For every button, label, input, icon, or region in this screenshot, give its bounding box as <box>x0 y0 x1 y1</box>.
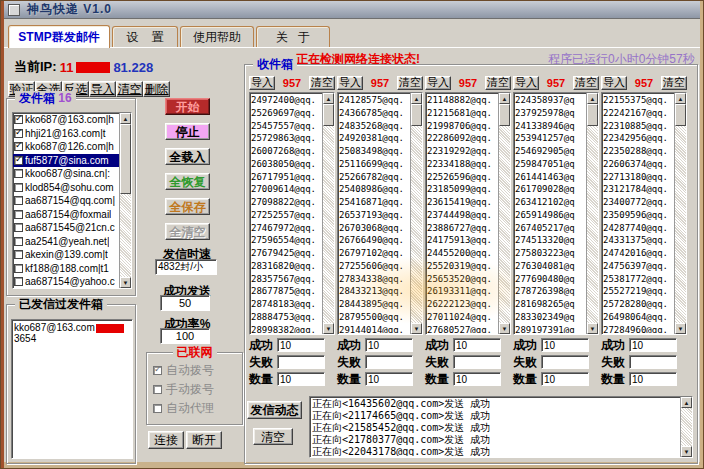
checkbox-icon[interactable] <box>14 223 23 232</box>
load-all-button[interactable]: 全载入 <box>165 148 210 165</box>
sender-list-item[interactable]: hhji21@163.com|t <box>13 127 131 141</box>
sender-list-item[interactable]: aa687154@foxmail <box>13 208 131 222</box>
checkbox-icon[interactable] <box>14 169 23 178</box>
import-button[interactable]: 导入 <box>601 76 627 90</box>
qty-input[interactable] <box>365 372 413 386</box>
scrollbar[interactable]: ▲▼ <box>586 93 598 334</box>
clear-button[interactable]: 清空 <box>397 76 423 90</box>
clear-all-button[interactable]: 全清空 <box>165 223 210 240</box>
start-button[interactable]: 开始 <box>165 98 210 115</box>
sender-list-item[interactable]: fuf5877@sina.com <box>13 154 131 168</box>
success-sent-input[interactable] <box>160 295 210 311</box>
checkbox-icon[interactable] <box>14 129 23 138</box>
sender-list-item[interactable]: akexin@139.com|t <box>13 248 131 262</box>
checkbox-icon[interactable] <box>14 277 23 286</box>
sender-list-item[interactable]: aa687154@qq.com| <box>13 194 131 208</box>
success-input[interactable] <box>365 338 413 352</box>
scrollbar[interactable]: ▲▼ <box>410 93 422 334</box>
fail-input[interactable] <box>365 355 413 369</box>
save-all-button[interactable]: 全保存 <box>165 198 210 215</box>
checkbox-icon[interactable] <box>14 156 23 165</box>
scroll-thumb[interactable] <box>323 104 334 126</box>
clear-button[interactable]: 清空 <box>309 76 335 90</box>
scroll-thumb[interactable] <box>675 104 686 126</box>
success-input[interactable] <box>453 338 501 352</box>
fail-input[interactable] <box>541 355 589 369</box>
recipient-listbox[interactable]: 22155375@qq.22242167@qq.22310885@qq.2234… <box>601 92 687 335</box>
import-button[interactable]: 导入 <box>337 76 363 90</box>
import-button[interactable]: 导入 <box>425 76 451 90</box>
scroll-up-icon[interactable]: ▲ <box>411 93 422 104</box>
import-senders-button[interactable]: 导入 <box>89 81 116 97</box>
scroll-down-icon[interactable]: ▼ <box>499 323 510 334</box>
scroll-track[interactable] <box>587 126 598 323</box>
scroll-track[interactable] <box>681 408 692 446</box>
disconnect-button[interactable]: 断开 <box>186 431 222 449</box>
clear-button[interactable]: 清空 <box>485 76 511 90</box>
send-log-box[interactable]: 正在向<16435602@qq.com>发送 成功正在向<21174665@qq… <box>309 396 693 458</box>
tab-help[interactable]: 使用帮助 <box>180 26 254 47</box>
tab-smtp-bulk-mail[interactable]: STMP群发邮件 <box>8 25 110 48</box>
scroll-track[interactable] <box>411 126 422 323</box>
scroll-thumb[interactable] <box>499 104 510 126</box>
sender-scrollbar[interactable]: ▲ ▼ <box>119 113 131 288</box>
recipient-listbox[interactable]: 24128575@qq.24366785@qq.24835268@qq.2492… <box>337 92 423 335</box>
checkbox-icon[interactable] <box>14 264 23 273</box>
scroll-up-icon[interactable]: ▲ <box>323 93 334 104</box>
tab-settings[interactable]: 设 置 <box>112 26 178 47</box>
tab-about[interactable]: 关 于 <box>256 26 330 47</box>
dial-option[interactable]: 手动拨号 <box>147 380 242 399</box>
send-speed-input[interactable] <box>155 259 217 275</box>
scroll-thumb[interactable] <box>120 124 131 194</box>
restore-all-button[interactable]: 全恢复 <box>165 173 210 190</box>
scroll-up-icon[interactable]: ▲ <box>587 93 598 104</box>
dial-option[interactable]: 自动代理 <box>147 399 242 418</box>
scroll-track[interactable] <box>675 126 686 323</box>
fail-input[interactable] <box>453 355 501 369</box>
scroll-down-icon[interactable]: ▼ <box>675 323 686 334</box>
sender-list-item[interactable]: kkoo687@sina.cn|: <box>13 167 131 181</box>
qty-input[interactable] <box>629 372 677 386</box>
scroll-track[interactable] <box>499 126 510 323</box>
checkbox-icon[interactable] <box>14 142 23 151</box>
sender-list-item[interactable]: aa6871545@21cn.c <box>13 221 131 235</box>
clear-button[interactable]: 清空 <box>661 76 687 90</box>
checkbox-icon[interactable] <box>14 196 23 205</box>
sender-list-item[interactable]: aa2541@yeah.net| <box>13 235 131 249</box>
clear-senders-button[interactable]: 清空 <box>116 81 143 97</box>
import-button[interactable]: 导入 <box>513 76 539 90</box>
dial-option[interactable]: 自动拨号 <box>147 361 242 380</box>
delete-sender-button[interactable]: 删除 <box>143 81 170 97</box>
checkbox-icon[interactable] <box>153 366 162 375</box>
clear-log-button[interactable]: 清空 <box>253 428 293 445</box>
checkbox-icon[interactable] <box>14 237 23 246</box>
stop-button[interactable]: 停止 <box>165 123 210 140</box>
sender-list-item[interactable]: aa687154@yahoo.c <box>13 275 131 289</box>
window-system-icon[interactable] <box>8 4 20 16</box>
checkbox-icon[interactable] <box>14 210 23 219</box>
scroll-thumb[interactable] <box>587 104 598 126</box>
sender-list-item[interactable]: klod854@sohu.com <box>13 181 131 195</box>
scroll-down-icon[interactable]: ▼ <box>120 277 131 288</box>
sent-senders-box[interactable]: kko687@163.com 3654 <box>11 319 133 459</box>
qty-input[interactable] <box>277 372 325 386</box>
log-scrollbar[interactable]: ▲▼ <box>680 397 692 457</box>
checkbox-icon[interactable] <box>153 385 162 394</box>
fail-input[interactable] <box>277 355 325 369</box>
scrollbar[interactable]: ▲▼ <box>322 93 334 334</box>
checkbox-icon[interactable] <box>153 404 162 413</box>
recipient-listbox[interactable]: 21148882@qq.21215681@qq.21998706@qq.2228… <box>425 92 511 335</box>
success-input[interactable] <box>541 338 589 352</box>
scrollbar[interactable]: ▲▼ <box>674 93 686 334</box>
fail-input[interactable] <box>629 355 677 369</box>
checkbox-icon[interactable] <box>14 183 23 192</box>
sender-list-item[interactable]: kko687@126.com|h <box>13 140 131 154</box>
scroll-track[interactable] <box>323 126 334 323</box>
scroll-track[interactable] <box>120 194 131 277</box>
scroll-up-icon[interactable]: ▲ <box>120 113 131 124</box>
checkbox-icon[interactable] <box>14 250 23 259</box>
scroll-up-icon[interactable]: ▲ <box>499 93 510 104</box>
import-button[interactable]: 导入 <box>249 76 275 90</box>
qty-input[interactable] <box>541 372 589 386</box>
checkbox-icon[interactable] <box>14 115 23 124</box>
